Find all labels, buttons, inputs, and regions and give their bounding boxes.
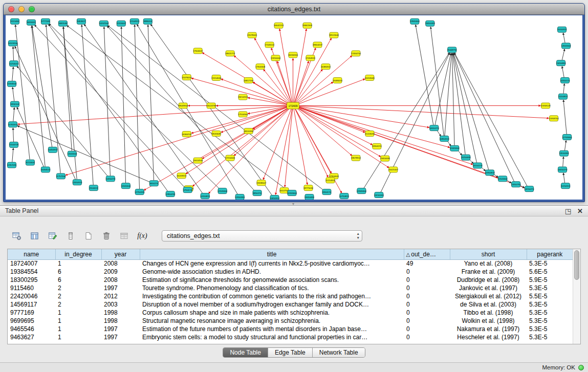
graph-edge[interactable] [32,26,45,167]
scrollbar-thumb[interactable] [574,250,579,280]
table-row[interactable]: 1456911722003Disruption of a novel membe… [8,300,573,309]
cell-in_degree[interactable]: 1 [55,259,101,268]
graph-node[interactable] [207,103,215,108]
graph-edge[interactable] [295,38,331,103]
cell-in_degree[interactable]: 2 [55,284,101,292]
cell-in_degree[interactable]: 1 [55,333,101,341]
memory-status-icon[interactable] [578,365,584,370]
graph-node[interactable] [303,23,312,28]
tab-edge-table[interactable]: Edge Table [268,348,313,357]
single-column-button[interactable] [64,230,77,242]
graph-edge[interactable] [296,56,352,104]
graph-node[interactable] [121,183,130,189]
cell-in_degree[interactable]: 1 [55,317,101,325]
graph-node[interactable] [541,103,550,108]
graph-node[interactable] [58,20,67,26]
cell-name[interactable]: 9465546 [8,325,55,333]
cell-name[interactable]: 19384554 [8,268,55,276]
graph-node[interactable] [313,42,322,48]
graph-edge[interactable] [563,84,564,94]
graph-node[interactable] [253,190,262,196]
graph-edge[interactable] [15,25,30,160]
graph-edge[interactable] [49,25,168,192]
graph-node[interactable] [561,183,570,189]
graph-node[interactable] [265,42,274,48]
graph-edge[interactable] [279,29,292,103]
graph-edge[interactable] [263,108,291,180]
edit-columns-button[interactable] [46,230,59,242]
cell-name[interactable]: 14569117 [8,300,55,309]
graph-edge[interactable] [297,107,365,133]
graph-node[interactable] [73,180,81,185]
graph-edge[interactable] [454,53,514,182]
cell-title[interactable]: Estimation of the future numbers of pati… [140,325,404,333]
graph-edge[interactable] [452,53,454,145]
column-header-year[interactable]: year [101,249,140,259]
cell-out_degree[interactable]: 0 [404,333,450,341]
cell-short[interactable]: Tibbo et al. (1998) [450,309,527,317]
graph-hub-node[interactable] [287,102,299,109]
cell-pagerank[interactable]: 5.3E-5 [527,259,573,268]
cell-out_degree[interactable]: 0 [404,300,450,309]
graph-node[interactable] [212,75,221,81]
cell-in_degree[interactable]: 6 [55,276,101,284]
cell-short[interactable]: Nakamura et al. (1997) [450,325,527,333]
graph-node[interactable] [352,155,360,161]
graph-node[interactable] [56,173,65,179]
graph-edge[interactable] [437,130,441,136]
table-row[interactable]: 2242004622012Investigating the contribut… [8,292,573,300]
table-row[interactable]: 1938455462009Genome-wide association stu… [8,268,573,276]
new-file-button[interactable] [82,230,95,242]
graph-node[interactable] [117,20,125,26]
graph-node[interactable] [274,23,283,28]
graph-edge[interactable] [137,25,238,194]
graph-edge[interactable] [15,47,75,180]
close-panel-icon[interactable]: ✕ [577,208,583,214]
graph-edge[interactable] [82,25,94,185]
cell-title[interactable]: Genome-wide association studies in ADHD. [140,268,404,276]
cell-year[interactable]: 1998 [101,309,140,317]
graph-node[interactable] [560,150,569,156]
graph-node[interactable] [182,75,191,80]
cell-short[interactable]: de Silva et al. (2003) [450,300,527,309]
cell-year[interactable]: 1997 [101,284,140,292]
graph-edge[interactable] [248,98,289,105]
graph-edge[interactable] [17,107,43,167]
graph-node[interactable] [149,181,158,186]
graph-node[interactable] [306,55,315,61]
graph-edge[interactable] [84,25,203,194]
graph-edge[interactable] [452,53,465,154]
column-settings-button[interactable] [10,230,24,242]
graph-node[interactable] [558,167,567,172]
graph-edge[interactable] [563,157,563,167]
graph-node[interactable] [235,194,244,200]
cell-title[interactable]: Structural magnetic resonance image aver… [140,317,404,325]
graph-node[interactable] [365,75,374,81]
cell-title[interactable]: Tourette syndrome. Phenomenology and cla… [140,284,404,292]
table-scrollbar[interactable] [573,249,580,344]
graph-node[interactable] [525,186,534,192]
graph-node[interactable] [99,20,108,26]
cell-year[interactable]: 2008 [101,259,140,268]
graph-node[interactable] [41,167,50,172]
graph-node[interactable] [8,40,17,46]
table-row[interactable]: 1830029562008Estimation of significance … [8,276,573,284]
graph-node[interactable] [450,145,459,151]
cell-name[interactable]: 9777169 [8,309,55,317]
graph-node[interactable] [8,122,17,127]
cell-short[interactable]: Dudbridge et al. (2008) [450,276,527,284]
graph-node[interactable] [68,151,76,157]
graph-node[interactable] [340,193,349,199]
graph-edge[interactable] [416,25,433,125]
graph-node[interactable] [248,32,256,38]
column-header-short[interactable]: short [450,249,527,259]
graph-node[interactable] [304,185,313,191]
graph-edge[interactable] [221,79,289,104]
float-panel-icon[interactable]: ◳ [565,208,571,214]
network-canvas[interactable]: 1724091851039417554300182145591681719417… [6,15,582,200]
cell-out_degree[interactable]: 0 [404,276,450,284]
graph-node[interactable] [322,189,331,195]
graph-node[interactable] [512,182,520,187]
cell-pagerank[interactable]: 5.3E-5 [527,325,573,333]
graph-edge[interactable] [13,47,13,60]
